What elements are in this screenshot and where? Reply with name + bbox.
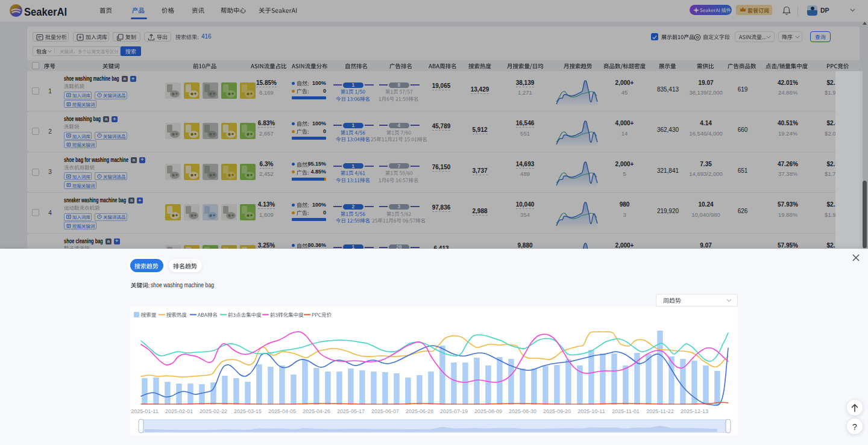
svg-text:2025-09-20: 2025-09-20 (543, 408, 571, 414)
svg-text:2025-04-26: 2025-04-26 (303, 408, 330, 414)
svg-text:2025-12-13: 2025-12-13 (681, 408, 708, 414)
svg-text:2025-02-01: 2025-02-01 (165, 408, 193, 414)
svg-text:2025-01-11: 2025-01-11 (131, 408, 158, 414)
svg-text:2025-02-22: 2025-02-22 (200, 408, 227, 414)
svg-text:2025-11-01: 2025-11-01 (612, 408, 639, 414)
svg-text:2025-04-05: 2025-04-05 (268, 408, 296, 414)
svg-text:2025-05-17: 2025-05-17 (337, 408, 365, 414)
svg-text:2025-06-28: 2025-06-28 (406, 408, 433, 414)
svg-text:2025-08-30: 2025-08-30 (509, 408, 536, 414)
svg-text:2025-08-09: 2025-08-09 (474, 408, 502, 414)
svg-text:2025-11-22: 2025-11-22 (646, 408, 673, 414)
svg-text:2025-03-15: 2025-03-15 (234, 408, 262, 414)
svg-text:2025-07-19: 2025-07-19 (440, 408, 468, 414)
svg-text:2025-06-07: 2025-06-07 (371, 408, 399, 414)
svg-text:2025-10-11: 2025-10-11 (577, 408, 605, 414)
